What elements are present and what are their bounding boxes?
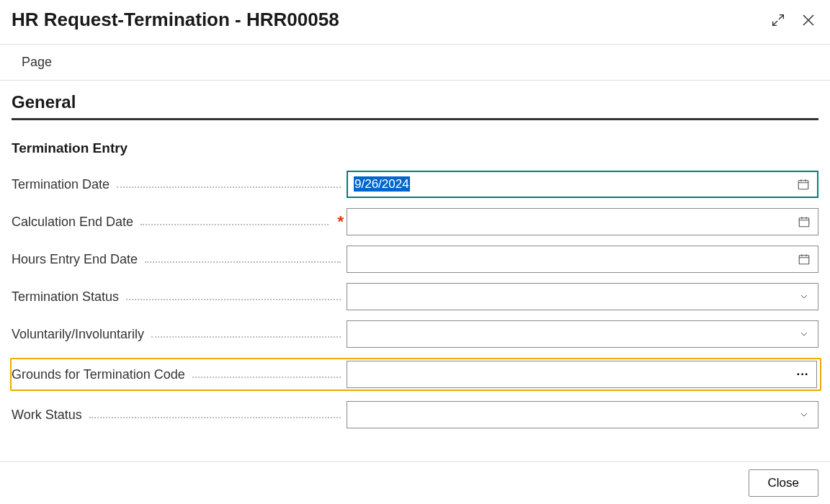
required-asterisk: *: [337, 212, 344, 231]
dots: [140, 224, 329, 225]
input-calculation-end-date[interactable]: [347, 208, 818, 235]
field-calculation-end-date: Calculation End Date *: [12, 208, 818, 235]
field-grounds-for-termination-code: Grounds for Termination Code ···: [10, 358, 821, 391]
field-termination-date: Termination Date 9/26/2024: [12, 171, 818, 198]
field-voluntarily-involuntarily: Voluntarily/Involuntarily: [12, 320, 818, 348]
field-hours-entry-end-date: Hours Entry End Date: [12, 246, 818, 273]
close-icon[interactable]: [798, 10, 818, 30]
calendar-icon[interactable]: [796, 214, 812, 230]
calendar-icon[interactable]: [795, 176, 811, 192]
label-grounds-for-termination-code: Grounds for Termination Code: [12, 367, 189, 382]
label-hours-entry-end-date: Hours Entry End Date: [12, 252, 142, 267]
svg-rect-2: [799, 256, 809, 264]
select-termination-status[interactable]: [347, 283, 818, 310]
select-voluntarily-involuntarily[interactable]: [347, 320, 818, 348]
input-value-termination-date: 9/26/2024: [354, 176, 410, 192]
dots: [126, 299, 341, 300]
chevron-down-icon[interactable]: [796, 289, 812, 305]
section-general: General: [12, 92, 818, 120]
dots: [117, 186, 341, 188]
dots: [89, 417, 341, 418]
lookup-grounds-for-termination-code[interactable]: ···: [347, 361, 817, 388]
ellipsis-icon[interactable]: ···: [795, 366, 811, 382]
svg-rect-1: [799, 218, 809, 227]
label-termination-status: Termination Status: [12, 289, 123, 305]
input-hours-entry-end-date[interactable]: [347, 246, 818, 273]
svg-rect-0: [798, 181, 808, 189]
field-termination-status: Termination Status: [12, 283, 818, 310]
label-voluntarily-involuntarily: Voluntarily/Involuntarily: [12, 327, 148, 342]
label-calculation-end-date: Calculation End Date: [12, 215, 138, 230]
dots: [145, 261, 341, 263]
select-work-status[interactable]: [347, 401, 818, 428]
label-work-status: Work Status: [12, 408, 86, 423]
subsection-termination-entry: Termination Entry: [12, 140, 818, 156]
dots: [192, 377, 341, 378]
expand-icon[interactable]: [768, 10, 788, 30]
calendar-icon[interactable]: [796, 251, 812, 267]
label-termination-date: Termination Date: [12, 177, 114, 192]
dots: [151, 336, 341, 338]
page-title: HR Request-Termination - HRR00058: [12, 9, 339, 31]
close-button[interactable]: Close: [749, 469, 818, 497]
chevron-down-icon[interactable]: [796, 407, 812, 423]
chevron-down-icon[interactable]: [796, 326, 812, 342]
input-termination-date[interactable]: 9/26/2024: [347, 171, 818, 198]
field-work-status: Work Status: [12, 401, 818, 428]
tab-page[interactable]: Page: [12, 45, 62, 80]
